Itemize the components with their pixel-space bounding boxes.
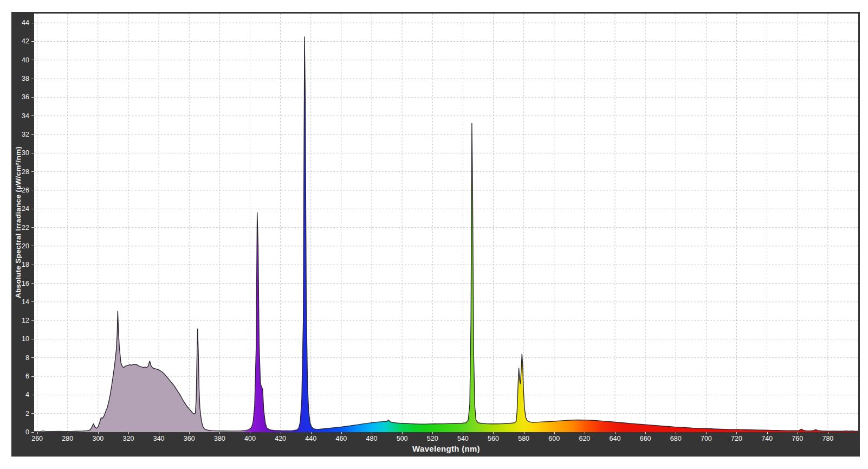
x-tick-label: 680 xyxy=(670,435,682,442)
spectral-irradiance-chart: Absolute Spectral Irradiance (µW/cm²/nm)… xyxy=(0,0,868,469)
y-tick-label: 30 xyxy=(22,150,29,156)
y-tick-mark xyxy=(31,320,34,321)
y-tick-label: 40 xyxy=(22,57,29,63)
x-tick-mark xyxy=(585,432,585,434)
y-tick-mark xyxy=(31,395,34,395)
y-tick-mark xyxy=(31,153,34,153)
x-tick-mark xyxy=(68,432,68,434)
x-tick-mark xyxy=(463,432,463,434)
x-tick-mark xyxy=(250,432,250,434)
x-tick-label: 620 xyxy=(579,435,590,442)
x-tick-mark xyxy=(736,432,737,434)
x-tick-mark xyxy=(828,432,828,434)
y-tick-mark xyxy=(31,283,34,284)
x-tick-label: 640 xyxy=(610,435,621,442)
y-tick-mark xyxy=(31,357,34,358)
x-tick-label: 660 xyxy=(640,435,651,442)
y-tick-label: 34 xyxy=(22,113,29,119)
x-tick-mark xyxy=(767,432,768,434)
x-axis-title: Wavelength (nm) xyxy=(34,444,858,453)
plot-area xyxy=(34,14,858,432)
y-tick-label: 6 xyxy=(25,373,29,380)
x-tick-label: 440 xyxy=(305,435,316,442)
y-tick-label: 26 xyxy=(22,187,29,194)
y-tick-label: 0 xyxy=(25,429,29,435)
x-tick-label: 360 xyxy=(184,435,195,442)
x-tick-mark xyxy=(615,432,616,434)
x-tick-label: 740 xyxy=(761,435,773,442)
y-tick-label: 32 xyxy=(22,131,29,138)
x-tick-mark xyxy=(645,432,646,434)
x-tick-label: 520 xyxy=(427,435,438,442)
x-tick-label: 280 xyxy=(62,435,73,442)
y-tick-mark xyxy=(31,41,34,42)
x-tick-label: 420 xyxy=(275,435,286,442)
x-tick-mark xyxy=(98,432,99,434)
y-tick-label: 44 xyxy=(22,20,29,26)
x-axis-band: 2602803003203403603804004204404604805005… xyxy=(34,432,858,457)
y-tick-label: 8 xyxy=(25,355,29,361)
y-tick-label: 22 xyxy=(22,224,29,231)
x-tick-mark xyxy=(798,432,798,434)
x-tick-label: 460 xyxy=(335,435,347,442)
spectrum-area xyxy=(34,37,858,432)
y-tick-label: 18 xyxy=(22,261,29,268)
spectrum-plot-canvas xyxy=(34,14,858,432)
x-tick-mark xyxy=(372,432,372,434)
x-tick-mark xyxy=(554,432,555,434)
y-tick-mark xyxy=(31,246,34,246)
x-tick-label: 560 xyxy=(488,435,499,442)
y-tick-mark xyxy=(31,97,34,98)
x-tick-label: 300 xyxy=(92,435,103,442)
y-tick-mark xyxy=(31,115,34,116)
y-tick-label: 12 xyxy=(22,317,29,324)
y-tick-label: 24 xyxy=(22,205,29,212)
y-tick-label: 28 xyxy=(22,169,29,175)
x-tick-label: 600 xyxy=(548,435,560,442)
x-tick-mark xyxy=(37,432,38,434)
x-tick-label: 540 xyxy=(457,435,469,442)
x-tick-mark xyxy=(402,432,403,434)
y-tick-label: 10 xyxy=(22,336,29,342)
y-tick-label: 38 xyxy=(22,75,29,82)
x-tick-label: 580 xyxy=(518,435,529,442)
x-tick-label: 500 xyxy=(397,435,408,442)
y-tick-mark xyxy=(31,79,34,79)
y-tick-mark xyxy=(31,413,34,414)
x-tick-mark xyxy=(311,432,312,434)
y-axis-band: Absolute Spectral Irradiance (µW/cm²/nm)… xyxy=(11,12,34,457)
x-tick-label: 380 xyxy=(214,435,225,442)
y-tick-mark xyxy=(31,265,34,265)
x-tick-mark xyxy=(128,432,129,434)
y-tick-label: 16 xyxy=(22,280,29,287)
y-tick-label: 20 xyxy=(22,243,29,249)
x-tick-label: 780 xyxy=(822,435,833,442)
x-tick-mark xyxy=(159,432,159,434)
x-tick-mark xyxy=(219,432,220,434)
y-tick-mark xyxy=(31,209,34,209)
x-tick-label: 260 xyxy=(31,435,43,442)
x-tick-mark xyxy=(706,432,707,434)
x-tick-mark xyxy=(524,432,524,434)
y-tick-label: 4 xyxy=(25,391,29,398)
x-tick-label: 760 xyxy=(792,435,803,442)
x-tick-mark xyxy=(341,432,342,434)
y-tick-mark xyxy=(31,190,34,190)
y-tick-mark xyxy=(31,23,34,23)
y-tick-label: 36 xyxy=(22,94,29,100)
x-tick-label: 340 xyxy=(153,435,165,442)
x-tick-label: 320 xyxy=(123,435,134,442)
x-tick-label: 480 xyxy=(366,435,378,442)
y-tick-mark xyxy=(31,134,34,135)
y-tick-mark xyxy=(31,171,34,172)
y-tick-label: 42 xyxy=(22,38,29,44)
x-tick-mark xyxy=(432,432,433,434)
y-tick-mark xyxy=(31,376,34,377)
y-tick-mark xyxy=(31,301,34,302)
y-tick-mark xyxy=(31,339,34,339)
chart-frame: Absolute Spectral Irradiance (µW/cm²/nm)… xyxy=(11,12,860,457)
y-tick-label: 14 xyxy=(22,299,29,305)
x-tick-label: 720 xyxy=(731,435,742,442)
y-tick-label: 2 xyxy=(25,410,29,417)
y-tick-mark xyxy=(31,227,34,228)
